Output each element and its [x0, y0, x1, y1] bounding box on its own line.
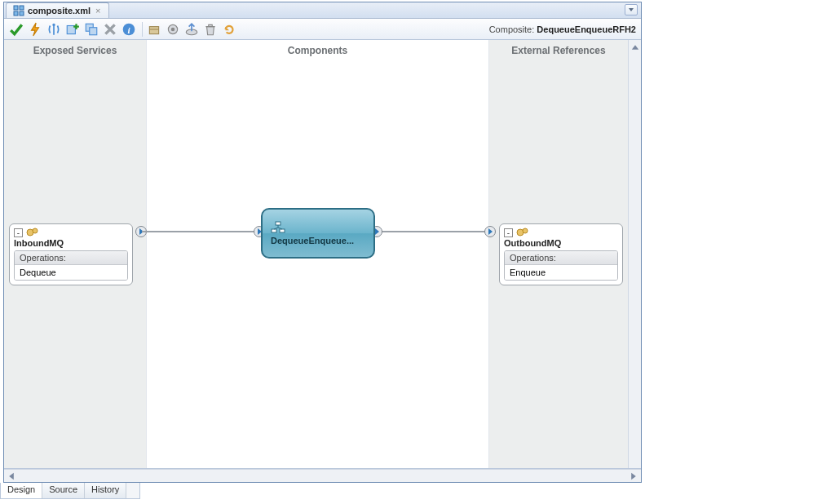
- inbound-operation-item[interactable]: Dequeue: [15, 265, 127, 280]
- svg-rect-21: [280, 229, 285, 232]
- operations-label: Operations:: [505, 251, 617, 265]
- bpel-component[interactable]: DequeueEnqueue...: [261, 208, 375, 259]
- lane-external-references: External References - OutboundMQ Operati…: [489, 40, 628, 468]
- editor-toolbar: i Composite: DequeueEnqueueRFH2: [4, 19, 641, 40]
- info-icon[interactable]: i: [121, 22, 136, 37]
- scroll-up-icon[interactable]: [630, 42, 641, 53]
- svg-point-16: [33, 228, 38, 233]
- bpel-icon: [271, 221, 285, 234]
- operations-label: Operations:: [15, 251, 127, 265]
- copy-icon[interactable]: [84, 22, 99, 37]
- horizontal-scrollbar[interactable]: [4, 469, 641, 482]
- trash-icon[interactable]: [203, 22, 218, 37]
- svg-point-4: [52, 23, 55, 25]
- tab-design[interactable]: Design: [1, 483, 42, 498]
- gear-icon: [26, 227, 39, 238]
- composite-file-icon: [13, 5, 24, 16]
- antenna-icon[interactable]: [46, 22, 61, 37]
- outbound-operation-item[interactable]: Enqueue: [505, 265, 617, 280]
- inbound-header: -: [14, 227, 128, 238]
- svg-rect-0: [14, 6, 18, 10]
- lanes[interactable]: Exposed Services - InboundMQ Operations:…: [4, 40, 628, 468]
- svg-rect-19: [276, 222, 281, 225]
- outbound-operations: Operations: Enqueue: [504, 250, 618, 281]
- toolbar-separator: [142, 22, 143, 37]
- editor-tab-composite[interactable]: composite.xml ×: [6, 2, 109, 18]
- lane-title-center: Components: [147, 45, 488, 56]
- svg-rect-20: [272, 229, 276, 232]
- validate-icon[interactable]: [9, 22, 24, 37]
- wire-component-to-outbound[interactable]: [375, 231, 497, 232]
- wire-inbound-to-component[interactable]: [142, 231, 261, 232]
- inbound-name: InboundMQ: [14, 238, 128, 248]
- delete-icon[interactable]: [103, 22, 117, 37]
- outbound-reference-box[interactable]: - OutboundMQ Operations: Enqueue: [499, 223, 623, 285]
- svg-rect-7: [90, 27, 97, 34]
- gear-icon: [516, 227, 529, 238]
- tabbar-menu-button[interactable]: [625, 4, 638, 15]
- refresh-icon[interactable]: [222, 22, 236, 37]
- component-name: DequeueEnqueue...: [271, 236, 354, 245]
- editor-bottom-tabs: Design Source History: [0, 483, 140, 499]
- outbound-input-port[interactable]: [484, 224, 496, 239]
- svg-rect-10: [149, 26, 158, 33]
- svg-point-24: [523, 228, 528, 233]
- editor-window: composite.xml × i Composite: DequeueEnqu…: [3, 2, 642, 483]
- tab-source[interactable]: Source: [42, 483, 85, 498]
- inbound-operations: Operations: Dequeue: [14, 250, 128, 281]
- config-icon[interactable]: [166, 22, 180, 37]
- scroll-right-icon[interactable]: [628, 471, 639, 482]
- tab-close-icon[interactable]: ×: [94, 6, 102, 15]
- lane-title-right: External References: [489, 45, 628, 56]
- composite-label-text: Composite:: [489, 24, 535, 34]
- collapse-icon[interactable]: -: [504, 228, 513, 237]
- package-icon[interactable]: [147, 22, 161, 37]
- vertical-scrollbar[interactable]: [628, 40, 641, 468]
- outbound-header: -: [504, 227, 618, 238]
- editor-tabbar: composite.xml ×: [4, 2, 641, 19]
- lane-components: Components DequeueEnqueue...: [147, 40, 489, 468]
- canvas: Exposed Services - InboundMQ Operations:…: [4, 40, 641, 469]
- collapse-icon[interactable]: -: [14, 228, 23, 237]
- lane-title-left: Exposed Services: [4, 45, 146, 56]
- lane-exposed-services: Exposed Services - InboundMQ Operations:…: [4, 40, 147, 468]
- composite-name-label: Composite: DequeueEnqueueRFH2: [489, 24, 636, 34]
- tab-title: composite.xml: [28, 6, 91, 15]
- add-component-icon[interactable]: [65, 22, 80, 37]
- outbound-name: OutboundMQ: [504, 238, 618, 248]
- svg-rect-3: [20, 11, 24, 15]
- tab-history[interactable]: History: [85, 483, 126, 498]
- deploy-icon[interactable]: [184, 22, 199, 37]
- svg-rect-2: [14, 11, 18, 15]
- scroll-left-icon[interactable]: [6, 471, 17, 482]
- lightning-icon[interactable]: [28, 22, 42, 37]
- inbound-service-box[interactable]: - InboundMQ Operations: Dequeue: [9, 223, 133, 285]
- svg-rect-1: [20, 6, 24, 10]
- composite-name-text: DequeueEnqueueRFH2: [537, 24, 636, 34]
- svg-point-12: [171, 27, 175, 31]
